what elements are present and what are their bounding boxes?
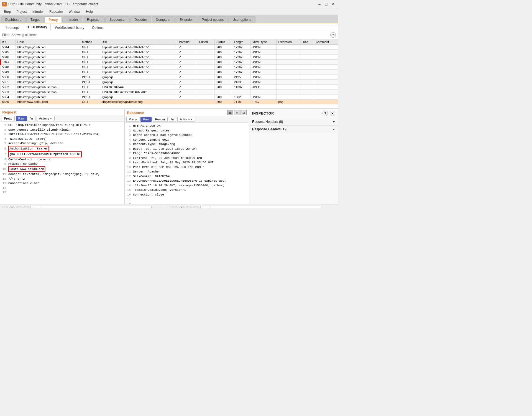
table-row[interactable]: 5355https://www.baidu.comGET/img/flexibl… <box>1 100 338 104</box>
request-line: 10Host: www.baidu.com <box>2 166 123 172</box>
col-header-url[interactable]: URL <box>100 39 177 45</box>
bottom-search-right[interactable] <box>200 206 321 208</box>
response-tab-raw[interactable]: Raw <box>140 117 152 122</box>
inspector-close-button[interactable]: ✕ <box>330 111 335 116</box>
filter-bar: Filter: Showing all items ? <box>0 31 338 39</box>
response-tab-newline[interactable]: \n <box>169 117 176 122</box>
response-line: 1HTTP/1.1 200 OK <box>126 124 247 128</box>
table-row[interactable]: 5354https://api.github.comPOST/graphql✓2… <box>1 95 338 100</box>
request-line: 15 <box>2 190 123 195</box>
maximize-button[interactable]: □ <box>323 1 329 7</box>
request-tab-newline[interactable]: \n <box>28 116 35 121</box>
request-line: 2User-Agent: IntelliJ-GitHub-Plugin <box>2 128 123 132</box>
col-header-edited[interactable]: Edited <box>197 39 215 45</box>
response-line: 16Connection: close <box>126 192 247 197</box>
inspector-request-headers-toggle[interactable]: Request Headers (8) ▼ <box>249 118 338 125</box>
menu-burp[interactable]: Burp <box>1 9 14 14</box>
inspector-request-headers-label: Request Headers (8) <box>252 120 283 124</box>
response-line: 2Accept-Ranges: bytes <box>126 128 247 133</box>
menu-intruder[interactable]: Intruder <box>30 9 47 14</box>
col-header-method[interactable]: Method <box>80 39 100 45</box>
response-tab-render[interactable]: Render <box>153 117 168 122</box>
nav-tab-sequencer[interactable]: Sequencer <box>105 16 130 23</box>
response-actions-button[interactable]: Actions <box>177 117 195 122</box>
sub-tab-http-history[interactable]: HTTP history <box>23 24 51 31</box>
menu-repeater[interactable]: Repeater <box>47 9 66 14</box>
response-tab-pretty[interactable]: Pretty <box>126 117 139 122</box>
sub-tab-websockets-history[interactable]: WebSockets history <box>51 24 88 31</box>
view-split-btn[interactable]: ⊞ <box>227 110 233 115</box>
nav-tab-project-options[interactable]: Project options <box>198 16 228 23</box>
response-content: 1HTTP/1.1 200 OK2Accept-Ranges: bytes3Ca… <box>125 123 249 204</box>
menu-help[interactable]: Help <box>83 9 96 14</box>
nav-tab-intruder[interactable]: Intruder <box>62 16 82 23</box>
bottom-settings-button-left[interactable]: ⚙ <box>9 206 15 208</box>
response-line: 3Cache-Control: max-age=315360000 <box>126 133 247 138</box>
response-line: 6Date: Tue, 11 Jun 2024 18:00:29 GMT <box>126 147 247 151</box>
col-header-extension[interactable]: Extension <box>277 39 301 45</box>
col-header-length[interactable]: Length <box>232 39 251 45</box>
request-tab-pretty[interactable]: Pretty <box>2 116 15 121</box>
table-row[interactable]: 5353https://avatars.githubusercon...GET/… <box>1 90 338 95</box>
request-label: Request <box>2 110 16 114</box>
sub-tab-options[interactable]: Options <box>88 24 107 31</box>
bottom-search-left[interactable] <box>30 206 152 208</box>
nav-tab-proxy[interactable]: Proxy <box>44 16 62 23</box>
view-horizontal-btn[interactable]: ≡ <box>234 110 240 115</box>
table-row[interactable]: 5352https://avatars.githubusercon...GET/… <box>1 85 338 90</box>
bottom-left-section: ? ⚙ ← → 0 matches <box>2 206 167 208</box>
bottom-settings-button-right[interactable]: ⚙ <box>179 206 185 208</box>
col-header-comment[interactable]: Comment <box>314 39 338 45</box>
response-label: Response <box>127 111 144 115</box>
view-vertical-btn[interactable]: ⊟ <box>241 110 247 115</box>
request-line: 5Accept-Encoding: gzip, deflate <box>2 141 123 146</box>
bottom-help-button-left[interactable]: ? <box>2 206 8 208</box>
table-row[interactable]: 5349https://api.github.comGET/repos/Lead… <box>1 70 338 75</box>
col-header-title[interactable]: Title <box>301 39 314 45</box>
nav-tab-repeater[interactable]: Repeater <box>83 16 105 23</box>
table-row[interactable]: 5347https://api.github.comGET/repos/Lead… <box>1 60 338 65</box>
inspector-response-headers-toggle[interactable]: Response Headers (12) ▼ <box>249 126 338 133</box>
nav-tab-target[interactable]: Target <box>26 16 44 23</box>
table-row[interactable]: 5344https://api.github.comGET/repos/Lead… <box>1 45 338 50</box>
response-line: 10P3p: CP=" OTI DSP COR IVA OUR IND COM … <box>126 165 247 170</box>
nav-tab-comparer[interactable]: Comparer <box>152 16 175 23</box>
response-header: Response ⊞ ≡ ⊟ <box>125 109 249 116</box>
view-buttons: ⊞ ≡ ⊟ <box>227 110 247 115</box>
menu-window[interactable]: Window <box>66 9 83 14</box>
col-header-status[interactable]: Status <box>215 39 232 45</box>
app-icon: B <box>2 2 7 6</box>
col-header-mime[interactable]: MIME type <box>250 39 276 45</box>
table-row[interactable]: 5348https://api.github.comGET/repos/Lead… <box>1 65 338 70</box>
nav-tab-extender[interactable]: Extender <box>175 16 197 23</box>
menu-project[interactable]: Project <box>14 9 29 14</box>
request-line: 4 Windows 10.0; amd64) <box>2 137 123 141</box>
nav-tab-dashboard[interactable]: Dashboard <box>1 16 26 23</box>
minimize-button[interactable]: – <box>316 1 323 7</box>
nav-tab-decoder[interactable]: Decoder <box>130 16 151 23</box>
request-tab-raw[interactable]: Raw <box>16 116 27 121</box>
bottom-back-button-right[interactable]: ← <box>186 206 192 208</box>
app-title: Burp Suite Community Edition v2021.3.1 -… <box>8 2 98 6</box>
table-row[interactable]: 5346https://api.github.comGET/repos/Lead… <box>1 55 338 60</box>
bottom-forward-button-left[interactable]: → <box>23 206 29 208</box>
request-actions-button[interactable]: Actions <box>37 116 55 121</box>
request-line: 9Pragma: no-cache <box>2 162 123 166</box>
sub-tab-intercept[interactable]: Intercept <box>2 24 22 31</box>
col-header-id[interactable]: # ↑ <box>1 39 16 45</box>
nav-tab-user-options[interactable]: User options <box>228 16 255 23</box>
table-row[interactable]: 5350https://api.github.comPOST/graphql✓2… <box>1 75 338 80</box>
bottom-forward-button-right[interactable]: → <box>193 206 199 208</box>
close-button[interactable]: ✕ <box>330 1 336 7</box>
col-header-host[interactable]: Host <box>16 39 80 45</box>
table-row[interactable]: 5351https://api.github.comPOST/graphql✓2… <box>1 80 338 85</box>
bottom-back-button-left[interactable]: ← <box>16 206 22 208</box>
bottom-help-button-right[interactable]: ? <box>172 206 178 208</box>
inspector-help-button[interactable]: ? <box>323 111 328 116</box>
response-line: 14 11-Jun-25 18:00:29 GMT; max-age=31536… <box>126 183 247 188</box>
table-row[interactable]: 5345https://api.github.comGET/repos/Lead… <box>1 50 338 55</box>
filter-help-button[interactable]: ? <box>330 32 336 38</box>
request-line: 1GET /img/flexible/logo/pc/result.png HT… <box>2 123 123 128</box>
inspector-response-headers-label: Response Headers (12) <box>252 127 287 131</box>
col-header-params[interactable]: Params <box>177 39 197 45</box>
